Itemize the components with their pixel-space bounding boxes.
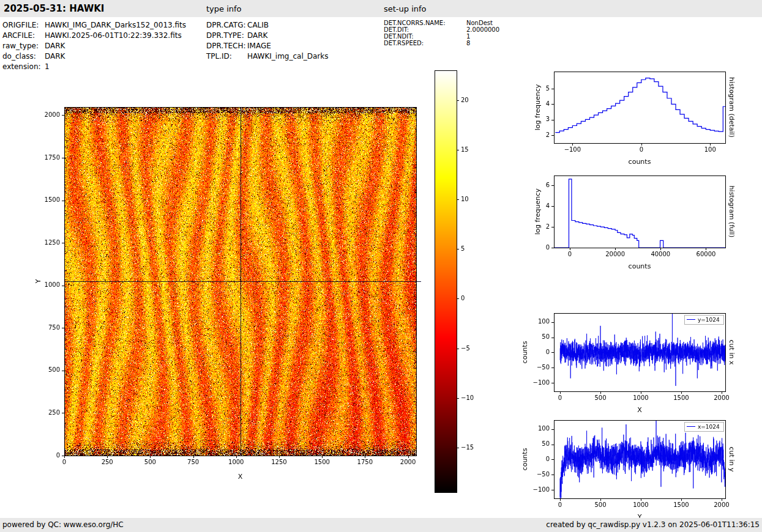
type-info-header: type info — [206, 4, 242, 13]
info-row: do_class:DARK — [2, 51, 186, 62]
info-row: DET.NCORRS.NAME:NonDest — [384, 20, 499, 26]
info-row: DET.NDIT:1 — [384, 33, 499, 40]
info-value: NonDest — [466, 20, 493, 26]
info-row: DPR.CATG:CALIB — [206, 20, 329, 31]
info-value: 8 — [466, 40, 470, 46]
histogram-detail-plot — [517, 61, 762, 174]
info-label: TPL.ID: — [206, 51, 247, 62]
info-row: ARCFILE:HAWKI.2025-06-01T10:22:39.332.fi… — [2, 31, 186, 41]
setup-info-header: set-up info — [384, 4, 427, 13]
info-value: HAWKI.2025-06-01T10:22:39.332.fits — [45, 31, 182, 40]
cut-in-y-plot — [517, 410, 762, 523]
info-label: DET.NDIT: — [384, 33, 466, 40]
title-bar: 2025-05-31: HAWKI type info set-up info — [0, 0, 762, 17]
info-label: ARCFILE: — [2, 31, 45, 41]
info-label: ORIGFILE: — [2, 20, 45, 31]
info-value: 1 — [45, 62, 50, 71]
footer-bar: powered by QC: www.eso.org/HC created by… — [0, 518, 762, 532]
info-value: HAWKI_IMG_DARK_Darks152_0013.fits — [45, 21, 186, 29]
info-value: DARK — [45, 42, 65, 50]
colorbar — [428, 64, 490, 504]
info-row: DET.RSPEED:8 — [384, 40, 499, 46]
info-row: DPR.TECH:IMAGE — [206, 41, 329, 51]
setup-info-list: DET.NCORRS.NAME:NonDestDET.DIT:2.0000000… — [384, 20, 499, 46]
info-value: HAWKI_img_cal_Darks — [247, 52, 329, 61]
info-value: DARK — [247, 31, 267, 40]
cut-in-x-plot — [517, 303, 762, 416]
footer-created-by: created by qc_rawdisp.py v1.2.3 on 2025-… — [546, 520, 760, 529]
info-row: DET.DIT:2.0000000 — [384, 26, 499, 33]
info-value: 1 — [466, 33, 470, 40]
type-info-list: DPR.CATG:CALIBDPR.TYPE:DARKDPR.TECH:IMAG… — [206, 20, 329, 62]
file-info-list: ORIGFILE:HAWKI_IMG_DARK_Darks152_0013.fi… — [2, 20, 186, 72]
info-label: DET.DIT: — [384, 26, 466, 33]
histogram-full-plot — [517, 166, 762, 279]
info-label: DPR.TYPE: — [206, 31, 247, 41]
footer-powered-by: powered by QC: www.eso.org/HC — [2, 520, 124, 529]
info-row: raw_type:DARK — [2, 41, 186, 51]
info-label: DPR.CATG: — [206, 20, 247, 31]
info-label: raw_type: — [2, 41, 45, 51]
info-label: DPR.TECH: — [206, 41, 247, 51]
info-row: DPR.TYPE:DARK — [206, 31, 329, 41]
info-value: DARK — [45, 52, 65, 61]
info-row: TPL.ID:HAWKI_img_cal_Darks — [206, 51, 329, 62]
info-row: ORIGFILE:HAWKI_IMG_DARK_Darks152_0013.fi… — [2, 20, 186, 31]
info-value: CALIB — [247, 21, 269, 29]
info-row: extension:1 — [2, 62, 186, 72]
info-label: do_class: — [2, 51, 45, 62]
detector-image-heatmap — [24, 79, 428, 495]
page-title: 2025-05-31: HAWKI — [4, 3, 104, 14]
info-value: IMAGE — [247, 42, 271, 50]
info-label: DET.RSPEED: — [384, 40, 466, 46]
info-value: 2.0000000 — [466, 26, 499, 33]
info-label: extension: — [2, 62, 45, 72]
info-label: DET.NCORRS.NAME: — [384, 20, 466, 26]
